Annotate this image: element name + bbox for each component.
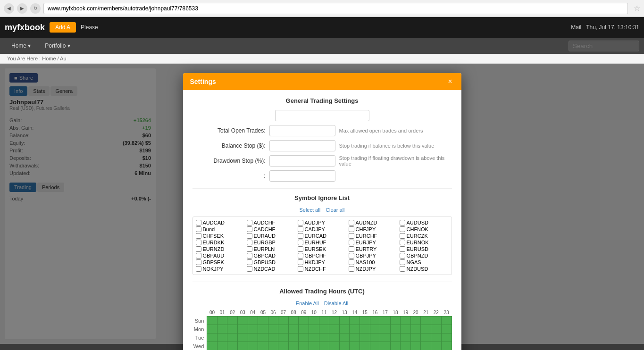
hour-cell-wed-17[interactable]	[380, 342, 391, 350]
hour-cell-tue-3[interactable]	[238, 333, 248, 342]
hour-cell-wed-22[interactable]	[431, 342, 441, 350]
hour-cell-mon-3[interactable]	[238, 325, 248, 333]
disable-all-link[interactable]: Disable All	[324, 300, 348, 306]
balance-stop-input[interactable]	[269, 140, 335, 151]
search-input[interactable]	[569, 41, 639, 51]
symbol-checkbox-gbpjpy[interactable]	[349, 253, 354, 258]
hour-cell-mon-23[interactable]	[441, 325, 452, 333]
hour-cell-mon-5[interactable]	[258, 325, 268, 333]
hour-cell-sun-10[interactable]	[309, 317, 319, 325]
symbol-checkbox-chfsek[interactable]	[196, 233, 201, 239]
hour-cell-tue-7[interactable]	[278, 333, 289, 342]
symbol-checkbox-nzdjpy[interactable]	[349, 266, 354, 272]
hour-cell-mon-17[interactable]	[380, 325, 391, 333]
extra-input[interactable]	[269, 170, 335, 182]
hour-cell-tue-19[interactable]	[401, 333, 411, 342]
symbol-checkbox-gbpchf[interactable]	[298, 253, 303, 258]
hour-cell-mon-13[interactable]	[339, 325, 350, 333]
hour-cell-sun-7[interactable]	[278, 317, 289, 325]
symbol-checkbox-cadjpy[interactable]	[298, 226, 303, 232]
hour-cell-tue-10[interactable]	[309, 333, 319, 342]
symbol-checkbox-eurczk[interactable]	[400, 233, 405, 239]
hour-cell-wed-4[interactable]	[248, 342, 258, 350]
url-bar[interactable]	[43, 3, 628, 14]
hour-cell-sun-3[interactable]	[238, 317, 248, 325]
hour-cell-sun-6[interactable]	[268, 317, 278, 325]
select-all-link[interactable]: Select all	[299, 207, 320, 213]
hour-cell-mon-21[interactable]	[421, 325, 431, 333]
hour-cell-tue-16[interactable]	[370, 333, 380, 342]
hour-cell-sun-2[interactable]	[227, 317, 238, 325]
hour-cell-sun-4[interactable]	[248, 317, 258, 325]
symbol-checkbox-nzdchf[interactable]	[298, 266, 303, 272]
symbol-checkbox-nas100[interactable]	[349, 259, 354, 265]
hour-cell-wed-8[interactable]	[288, 342, 299, 350]
symbol-checkbox-nzdusd[interactable]	[400, 266, 405, 272]
hour-cell-wed-5[interactable]	[258, 342, 268, 350]
hour-cell-wed-14[interactable]	[350, 342, 360, 350]
hour-cell-sun-21[interactable]	[421, 317, 431, 325]
back-button[interactable]: ◀	[4, 3, 14, 14]
hour-cell-wed-10[interactable]	[309, 342, 319, 350]
hour-cell-sun-0[interactable]	[207, 317, 217, 325]
symbol-checkbox-eurtry[interactable]	[349, 246, 354, 252]
total-open-trades-input[interactable]	[269, 125, 335, 136]
symbol-checkbox-bund[interactable]	[196, 226, 201, 232]
hour-cell-wed-12[interactable]	[329, 342, 340, 350]
symbol-checkbox-eursek[interactable]	[298, 246, 303, 252]
hour-cell-tue-17[interactable]	[380, 333, 391, 342]
symbol-checkbox-eurhuf[interactable]	[298, 240, 303, 245]
symbol-checkbox-gbpsek[interactable]	[196, 259, 201, 265]
hour-cell-tue-14[interactable]	[350, 333, 360, 342]
hour-cell-mon-1[interactable]	[217, 325, 227, 333]
hour-cell-sun-8[interactable]	[288, 317, 299, 325]
hour-cell-tue-18[interactable]	[390, 333, 401, 342]
hour-cell-sun-20[interactable]	[410, 317, 421, 325]
hour-cell-sun-13[interactable]	[339, 317, 350, 325]
hour-cell-sun-9[interactable]	[299, 317, 309, 325]
symbol-checkbox-audnzd[interactable]	[349, 220, 354, 225]
hour-cell-mon-16[interactable]	[370, 325, 380, 333]
refresh-button[interactable]: ↻	[30, 3, 41, 14]
hour-cell-sun-23[interactable]	[441, 317, 452, 325]
hour-cell-tue-23[interactable]	[441, 333, 452, 342]
hour-cell-tue-15[interactable]	[360, 333, 370, 342]
hour-cell-wed-19[interactable]	[401, 342, 411, 350]
hour-cell-mon-7[interactable]	[278, 325, 289, 333]
hour-cell-sun-1[interactable]	[217, 317, 227, 325]
enable-all-link[interactable]: Enable All	[296, 300, 319, 306]
clear-all-link[interactable]: Clear all	[326, 207, 344, 213]
hour-cell-wed-21[interactable]	[421, 342, 431, 350]
hour-cell-mon-15[interactable]	[360, 325, 370, 333]
hour-cell-tue-11[interactable]	[319, 333, 329, 342]
hour-cell-tue-21[interactable]	[421, 333, 431, 342]
symbol-checkbox-eurgbp[interactable]	[247, 240, 252, 245]
hour-cell-wed-9[interactable]	[299, 342, 309, 350]
hour-cell-tue-1[interactable]	[217, 333, 227, 342]
nav-portfolio[interactable]: Portfolio ▾	[38, 40, 76, 52]
symbol-checkbox-eurnzd[interactable]	[196, 246, 201, 252]
hour-cell-mon-19[interactable]	[401, 325, 411, 333]
symbol-checkbox-hkdjpy[interactable]	[298, 259, 303, 265]
hour-cell-mon-14[interactable]	[350, 325, 360, 333]
hour-cell-sun-22[interactable]	[431, 317, 441, 325]
symbol-checkbox-gbpnzd[interactable]	[400, 253, 405, 258]
hour-cell-mon-18[interactable]	[390, 325, 401, 333]
hour-cell-tue-20[interactable]	[410, 333, 421, 342]
symbol-checkbox-audjpy[interactable]	[298, 220, 303, 225]
hour-cell-mon-9[interactable]	[299, 325, 309, 333]
symbol-checkbox-chfnok[interactable]	[400, 226, 405, 232]
hour-cell-wed-0[interactable]	[207, 342, 217, 350]
bookmark-icon[interactable]: ☆	[634, 4, 640, 13]
hour-cell-wed-3[interactable]	[238, 342, 248, 350]
symbol-checkbox-gbpcad[interactable]	[247, 253, 252, 258]
symbol-checkbox-audusd[interactable]	[400, 220, 405, 225]
hour-cell-sun-11[interactable]	[319, 317, 329, 325]
add-account-button[interactable]: Add A	[50, 22, 76, 33]
hour-cell-mon-20[interactable]	[410, 325, 421, 333]
symbol-checkbox-eurchf[interactable]	[349, 233, 354, 239]
modal-close-button[interactable]: ×	[446, 78, 454, 85]
hour-cell-tue-9[interactable]	[299, 333, 309, 342]
hour-cell-wed-2[interactable]	[227, 342, 238, 350]
hour-cell-wed-23[interactable]	[441, 342, 452, 350]
